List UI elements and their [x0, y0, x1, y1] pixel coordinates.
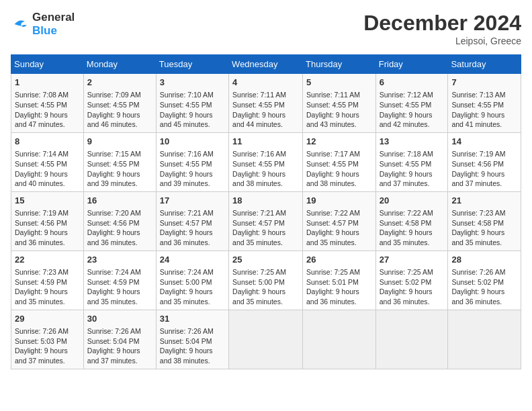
table-row: 21Sunrise: 7:23 AMSunset: 4:58 PMDayligh… — [448, 191, 521, 250]
table-row: 26Sunrise: 7:25 AMSunset: 5:01 PMDayligh… — [303, 250, 376, 310]
table-row: 3Sunrise: 7:10 AMSunset: 4:55 PMDaylight… — [156, 74, 228, 133]
table-row: 31Sunrise: 7:26 AMSunset: 5:04 PMDayligh… — [156, 310, 228, 369]
col-wednesday: Wednesday — [229, 55, 303, 74]
col-monday: Monday — [83, 55, 156, 74]
logo-text: General Blue — [32, 11, 75, 38]
table-row: 9Sunrise: 7:15 AMSunset: 4:55 PMDaylight… — [83, 132, 156, 191]
table-row: 7Sunrise: 7:13 AMSunset: 4:55 PMDaylight… — [448, 74, 521, 133]
logo-icon — [11, 15, 30, 34]
table-row: 19Sunrise: 7:22 AMSunset: 4:57 PMDayligh… — [303, 191, 376, 250]
table-row: 14Sunrise: 7:19 AMSunset: 4:56 PMDayligh… — [448, 132, 521, 191]
logo: General Blue — [11, 11, 75, 38]
table-row: 15Sunrise: 7:19 AMSunset: 4:56 PMDayligh… — [11, 191, 84, 250]
table-row: 16Sunrise: 7:20 AMSunset: 4:56 PMDayligh… — [83, 191, 156, 250]
table-row: 1Sunrise: 7:08 AMSunset: 4:55 PMDaylight… — [11, 74, 84, 133]
table-row — [448, 310, 521, 369]
col-thursday: Thursday — [303, 55, 376, 74]
col-friday: Friday — [375, 55, 448, 74]
table-row: 6Sunrise: 7:12 AMSunset: 4:55 PMDaylight… — [375, 74, 448, 133]
table-row: 20Sunrise: 7:22 AMSunset: 4:58 PMDayligh… — [375, 191, 448, 250]
table-row: 12Sunrise: 7:17 AMSunset: 4:55 PMDayligh… — [303, 132, 376, 191]
table-row: 25Sunrise: 7:25 AMSunset: 5:00 PMDayligh… — [229, 250, 303, 310]
col-sunday: Sunday — [11, 55, 84, 74]
table-row — [375, 310, 448, 369]
table-row: 22Sunrise: 7:23 AMSunset: 4:59 PMDayligh… — [11, 250, 84, 310]
col-tuesday: Tuesday — [156, 55, 228, 74]
calendar-table: Sunday Monday Tuesday Wednesday Thursday… — [11, 54, 521, 369]
table-row — [303, 310, 376, 369]
table-row: 10Sunrise: 7:16 AMSunset: 4:55 PMDayligh… — [156, 132, 228, 191]
table-row: 28Sunrise: 7:26 AMSunset: 5:02 PMDayligh… — [448, 250, 521, 310]
table-row: 29Sunrise: 7:26 AMSunset: 5:03 PMDayligh… — [11, 310, 84, 369]
table-row: 2Sunrise: 7:09 AMSunset: 4:55 PMDaylight… — [83, 74, 156, 133]
table-row: 4Sunrise: 7:11 AMSunset: 4:55 PMDaylight… — [229, 74, 303, 133]
table-row: 30Sunrise: 7:26 AMSunset: 5:04 PMDayligh… — [83, 310, 156, 369]
table-row: 13Sunrise: 7:18 AMSunset: 4:55 PMDayligh… — [375, 132, 448, 191]
table-row: 17Sunrise: 7:21 AMSunset: 4:57 PMDayligh… — [156, 191, 228, 250]
table-row: 24Sunrise: 7:24 AMSunset: 5:00 PMDayligh… — [156, 250, 228, 310]
location: Leipsoi, Greece — [363, 36, 521, 46]
table-row: 8Sunrise: 7:14 AMSunset: 4:55 PMDaylight… — [11, 132, 84, 191]
table-row — [229, 310, 303, 369]
table-row: 23Sunrise: 7:24 AMSunset: 4:59 PMDayligh… — [83, 250, 156, 310]
table-row: 18Sunrise: 7:21 AMSunset: 4:57 PMDayligh… — [229, 191, 303, 250]
month-title: December 2024 — [363, 11, 521, 36]
header-row: Sunday Monday Tuesday Wednesday Thursday… — [11, 55, 521, 74]
page-header: General Blue December 2024 Leipsoi, Gree… — [11, 11, 521, 46]
table-row: 5Sunrise: 7:11 AMSunset: 4:55 PMDaylight… — [303, 74, 376, 133]
title-block: December 2024 Leipsoi, Greece — [363, 11, 521, 46]
table-row: 11Sunrise: 7:16 AMSunset: 4:55 PMDayligh… — [229, 132, 303, 191]
table-row: 27Sunrise: 7:25 AMSunset: 5:02 PMDayligh… — [375, 250, 448, 310]
col-saturday: Saturday — [448, 55, 521, 74]
